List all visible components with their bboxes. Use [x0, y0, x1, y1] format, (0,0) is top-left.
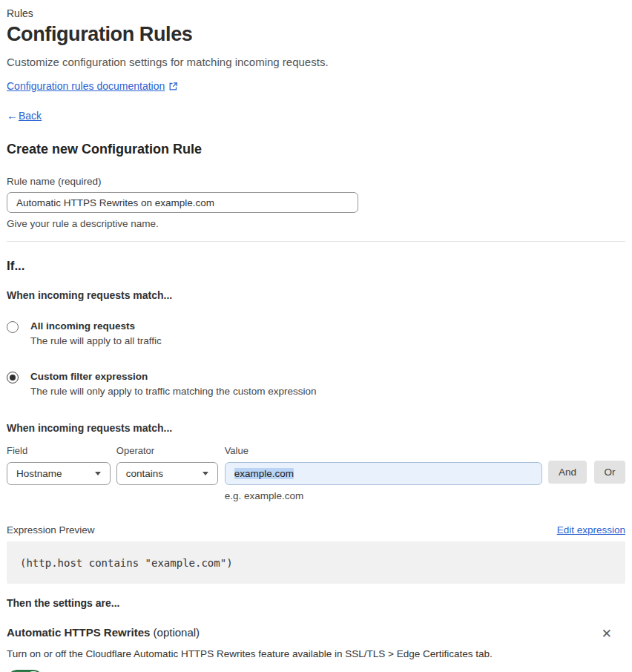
documentation-link-row: Configuration rules documentation: [7, 80, 625, 92]
configuration-rules-page: Rules Configuration Rules Customize conf…: [0, 0, 632, 672]
request-match-radio-group: All incoming requests The rule will appl…: [7, 320, 625, 397]
back-link[interactable]: ← Back: [7, 109, 625, 122]
rule-name-help: Give your rule a descriptive name.: [7, 218, 625, 229]
setting-optional-label: (optional): [150, 626, 200, 639]
chevron-down-icon: [95, 472, 101, 475]
value-column: Value example.com e.g. example.com: [225, 445, 542, 501]
expression-builder-heading: When incoming requests match...: [7, 422, 625, 434]
and-button[interactable]: And: [548, 461, 587, 484]
match-heading: When incoming requests match...: [7, 289, 625, 301]
radio-description: The rule will only apply to traffic matc…: [30, 386, 316, 397]
field-label: Field: [7, 445, 111, 456]
radio-selected-icon[interactable]: [7, 372, 19, 383]
back-link-label: Back: [19, 110, 42, 122]
or-button[interactable]: Or: [594, 461, 625, 484]
setting-title: Automatic HTTPS Rewrites (optional): [7, 626, 200, 639]
radio-all-incoming-requests[interactable]: All incoming requests The rule will appl…: [7, 320, 625, 346]
expression-preview-label: Expression Preview: [7, 524, 95, 536]
expression-builder-row: Field Hostname Operator contains Value e…: [7, 445, 625, 501]
external-link-icon: [168, 82, 178, 91]
value-input-text: example.com: [234, 468, 294, 479]
expression-preview-code: (http.host contains "example.com"): [7, 541, 625, 584]
radio-custom-filter-expression[interactable]: Custom filter expression The rule will o…: [7, 371, 625, 397]
setting-description: Turn on or off the Cloudflare Automatic …: [7, 648, 625, 659]
radio-label: All incoming requests: [30, 320, 162, 332]
setting-header: Automatic HTTPS Rewrites (optional) ✕: [7, 626, 625, 642]
breadcrumb: Rules: [7, 7, 625, 19]
page-title: Configuration Rules: [7, 23, 625, 46]
page-subtitle: Customize configuration settings for mat…: [7, 56, 625, 68]
expression-preview-row: Expression Preview Edit expression: [7, 524, 625, 536]
expression-code-text: (http.host contains "example.com"): [20, 557, 233, 569]
then-settings-heading: Then the settings are...: [7, 597, 625, 609]
create-rule-heading: Create new Configuration Rule: [7, 142, 625, 157]
value-hint: e.g. example.com: [225, 490, 542, 501]
value-input[interactable]: example.com: [225, 462, 542, 485]
edit-expression-link[interactable]: Edit expression: [557, 524, 625, 536]
value-label: Value: [225, 445, 542, 456]
operator-select-value: contains: [126, 468, 163, 479]
field-column: Field Hostname: [7, 445, 111, 485]
rule-name-input[interactable]: [7, 192, 358, 213]
close-icon[interactable]: ✕: [599, 626, 615, 642]
setting-name: Automatic HTTPS Rewrites: [7, 626, 150, 639]
back-arrow-icon: ←: [7, 109, 18, 122]
field-select-value: Hostname: [16, 468, 62, 479]
radio-label: Custom filter expression: [30, 371, 316, 382]
field-select[interactable]: Hostname: [7, 462, 111, 485]
section-divider: [7, 241, 625, 242]
if-heading: If...: [7, 259, 625, 274]
radio-unselected-icon[interactable]: [7, 321, 19, 333]
operator-column: Operator contains: [116, 445, 218, 485]
operator-label: Operator: [116, 445, 218, 456]
operator-select[interactable]: contains: [116, 462, 218, 485]
chevron-down-icon: [203, 472, 208, 475]
rule-name-label: Rule name (required): [7, 176, 625, 187]
radio-description: The rule will apply to all traffic: [30, 335, 162, 346]
documentation-link[interactable]: Configuration rules documentation: [7, 80, 165, 92]
